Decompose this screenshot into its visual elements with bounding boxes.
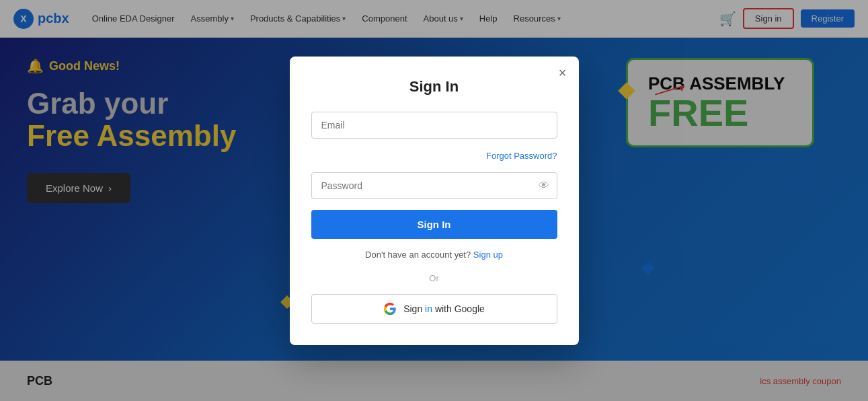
signup-row: Don't have an account yet? Sign up: [311, 250, 557, 260]
signup-link[interactable]: Sign up: [473, 250, 503, 260]
google-btn-text: Sign in with Google: [403, 303, 485, 314]
modal-title: Sign In: [311, 78, 557, 96]
forgot-password-link[interactable]: Forgot Password?: [486, 151, 557, 161]
show-password-icon[interactable]: 👁: [539, 180, 549, 192]
signin-modal: × Sign In Forgot Password? 👁 Sign In Don…: [290, 57, 579, 345]
google-icon: [383, 302, 397, 316]
or-divider: Or: [311, 273, 557, 283]
forgot-password-row: Forgot Password?: [311, 149, 557, 161]
google-signin-button[interactable]: Sign in with Google: [311, 294, 557, 324]
no-account-text: Don't have an account yet?: [365, 250, 471, 260]
signin-submit-button[interactable]: Sign In: [311, 210, 557, 239]
password-input[interactable]: [311, 172, 557, 199]
password-form-group: 👁: [311, 172, 557, 199]
modal-overlay: × Sign In Forgot Password? 👁 Sign In Don…: [0, 0, 868, 401]
password-wrapper: 👁: [311, 172, 557, 199]
email-form-group: [311, 112, 557, 139]
email-input[interactable]: [311, 112, 557, 139]
modal-close-button[interactable]: ×: [559, 66, 567, 79]
